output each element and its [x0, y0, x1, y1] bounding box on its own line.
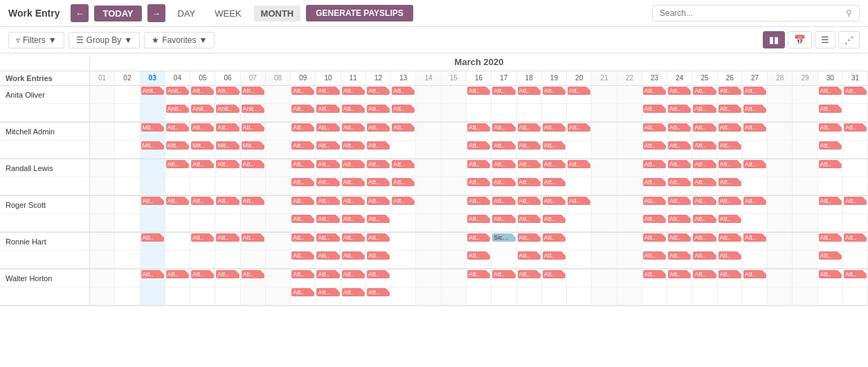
entry-chip[interactable]: Att..	[316, 87, 339, 95]
entry-chip[interactable]: Att..	[668, 87, 691, 95]
entry-chip[interactable]: Att..	[216, 123, 239, 132]
entry-chip[interactable]: Att..	[643, 270, 666, 278]
entry-chip[interactable]: Att..	[492, 87, 515, 95]
entry-chip[interactable]: Att..	[291, 251, 314, 260]
entry-chip[interactable]: Att..	[819, 251, 842, 260]
entry-chip[interactable]: Mit..	[141, 141, 164, 150]
entry-chip[interactable]: Att..	[342, 270, 365, 278]
entry-chip[interactable]: Att..	[693, 197, 716, 205]
entry-chip[interactable]: Att..	[316, 288, 339, 296]
entry-chip[interactable]: Att..	[316, 105, 339, 113]
entry-chip[interactable]: Att..	[718, 270, 741, 278]
entry-chip[interactable]: Att..	[693, 141, 716, 150]
entry-chip[interactable]: Att..	[518, 87, 541, 95]
entry-chip[interactable]: Att..	[367, 270, 390, 278]
entry-chip[interactable]: Att..	[543, 233, 566, 242]
entry-chip[interactable]: Att..	[291, 197, 314, 205]
prev-nav-button[interactable]: ←	[71, 4, 89, 22]
entry-chip[interactable]: Att..	[543, 87, 566, 95]
generate-payslips-button[interactable]: GENERATE PAYSLIPS	[306, 5, 413, 21]
entry-chip[interactable]: Att..	[291, 288, 314, 296]
entry-chip[interactable]: Att..	[693, 123, 716, 132]
entry-chip[interactable]: Att..	[668, 197, 691, 205]
entry-chip[interactable]: Att..	[518, 197, 541, 205]
entry-chip[interactable]: Att..	[216, 233, 239, 242]
entry-chip[interactable]: Att..	[568, 197, 590, 205]
entry-chip[interactable]: Att..	[518, 251, 541, 260]
entry-chip[interactable]: Att..	[844, 233, 867, 242]
entry-chip[interactable]: Mit..	[242, 141, 264, 150]
entry-chip[interactable]: Anit..	[141, 87, 164, 95]
entry-chip[interactable]: Att..	[643, 215, 666, 223]
day-view-button[interactable]: DAY	[171, 6, 203, 21]
entry-chip[interactable]: Att..	[819, 233, 842, 242]
list-view-button[interactable]: ☰	[815, 31, 835, 48]
entry-chip[interactable]: Att..	[166, 123, 189, 132]
entry-chip[interactable]: Att..	[668, 233, 691, 242]
entry-chip[interactable]: Anit..	[166, 105, 189, 113]
entry-chip[interactable]: Att..	[342, 288, 365, 296]
entry-chip[interactable]: Att..	[467, 141, 490, 150]
entry-chip[interactable]: Att..	[819, 105, 842, 113]
entry-chip[interactable]: Att..	[467, 178, 490, 186]
entry-chip[interactable]: Att..	[367, 233, 390, 242]
entry-chip[interactable]: Att..	[141, 233, 164, 242]
entry-chip[interactable]: Att..	[844, 123, 867, 132]
entry-chip[interactable]: Att..	[467, 123, 490, 132]
entry-chip[interactable]: Mit..	[191, 141, 214, 150]
entry-chip[interactable]: Att..	[316, 123, 339, 132]
entry-chip[interactable]: Att..	[743, 87, 766, 95]
grid-view-button[interactable]: ⋰	[838, 31, 860, 48]
entry-chip[interactable]: Att..	[367, 251, 390, 260]
entry-chip[interactable]: Att..	[718, 105, 741, 113]
entry-chip[interactable]: Att..	[342, 87, 365, 95]
entry-chip[interactable]: Att..	[342, 178, 365, 186]
entry-chip[interactable]: Att..	[819, 123, 842, 132]
entry-chip[interactable]: Att..	[518, 160, 541, 168]
entry-chip[interactable]: Att..	[291, 160, 314, 168]
entry-chip[interactable]: Att..	[543, 141, 566, 150]
entry-chip[interactable]: Att..	[342, 233, 365, 242]
entry-chip[interactable]: Att..	[718, 87, 741, 95]
entry-chip[interactable]: Att..	[543, 270, 566, 278]
entry-chip[interactable]: Att..	[242, 123, 264, 132]
entry-chip[interactable]: Att..	[492, 215, 515, 223]
gantt-view-button[interactable]: ▮▮	[763, 31, 785, 48]
entry-chip[interactable]: Att..	[743, 197, 766, 205]
entry-chip[interactable]: Att..	[166, 160, 189, 168]
entry-chip[interactable]: Att..	[643, 141, 666, 150]
entry-chip[interactable]: Att..	[518, 215, 541, 223]
entry-chip[interactable]: Att..	[342, 123, 365, 132]
entry-chip[interactable]: Att..	[291, 233, 314, 242]
entry-chip[interactable]: Att..	[518, 141, 541, 150]
today-button[interactable]: TODAY	[94, 6, 141, 21]
entry-chip[interactable]: Att..	[492, 160, 515, 168]
entry-chip[interactable]: Att..	[844, 87, 867, 95]
entry-chip[interactable]: Att..	[844, 270, 867, 278]
entry-chip[interactable]: Att..	[492, 197, 515, 205]
entry-chip[interactable]: Att..	[543, 123, 566, 132]
entry-chip[interactable]: Att..	[291, 141, 314, 150]
entry-chip[interactable]: Att..	[392, 123, 415, 132]
entry-chip[interactable]: Att..	[316, 233, 339, 242]
entry-chip[interactable]: Att..	[342, 105, 365, 113]
search-input[interactable]	[660, 8, 843, 18]
entry-chip[interactable]: Att..	[743, 160, 766, 168]
month-view-button[interactable]: MONTH	[254, 6, 301, 21]
entry-chip[interactable]: Att..	[543, 178, 566, 186]
entry-chip[interactable]: Att..	[718, 123, 741, 132]
entry-chip[interactable]: Att..	[467, 197, 490, 205]
entry-chip[interactable]: Att..	[643, 123, 666, 132]
entry-chip[interactable]: Att..	[191, 87, 214, 95]
entry-chip[interactable]: Att..	[693, 270, 716, 278]
entry-chip[interactable]: Att..	[568, 160, 590, 168]
entry-chip[interactable]: Att..	[543, 215, 566, 223]
entry-chip[interactable]: Att..	[291, 270, 314, 278]
entry-chip[interactable]: Att..	[367, 178, 390, 186]
entry-chip[interactable]: Att..	[693, 251, 716, 260]
entry-chip[interactable]: Att..	[643, 178, 666, 186]
entry-chip[interactable]: Att..	[316, 215, 339, 223]
entry-chip[interactable]: Att..	[718, 178, 741, 186]
entry-chip[interactable]: Att..	[392, 160, 415, 168]
entry-chip[interactable]: Att..	[718, 233, 741, 242]
